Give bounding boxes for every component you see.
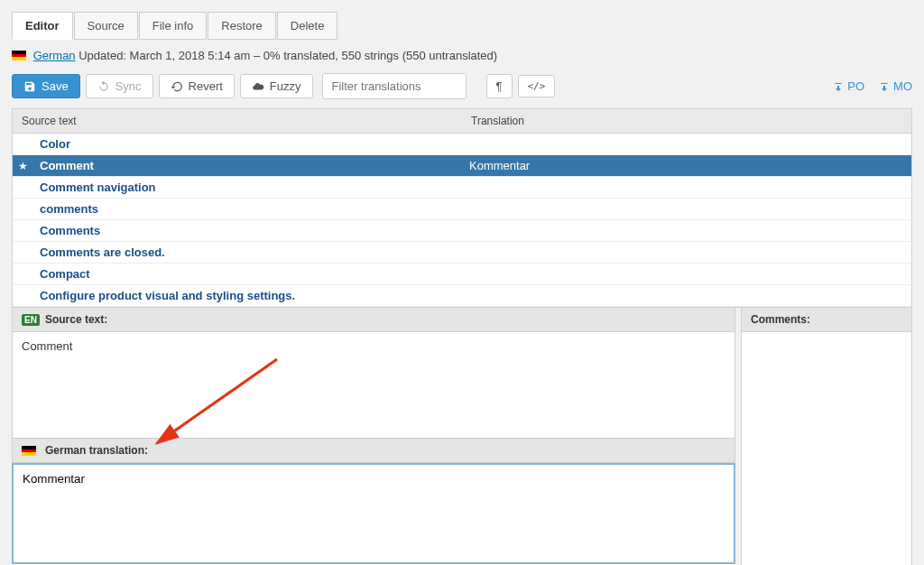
row-translation: Kommentar bbox=[462, 155, 911, 176]
row-translation bbox=[462, 227, 911, 235]
flag-germany-icon bbox=[12, 51, 26, 60]
revert-button[interactable]: Revert bbox=[159, 74, 235, 98]
fuzzy-button[interactable]: Fuzzy bbox=[240, 74, 313, 98]
table-header: Source text Translation bbox=[13, 109, 911, 134]
row-source: Color bbox=[32, 134, 462, 154]
en-badge-icon: EN bbox=[22, 314, 40, 326]
save-button[interactable]: Save bbox=[12, 74, 80, 98]
table-row[interactable]: comments bbox=[13, 199, 911, 220]
sync-icon bbox=[97, 80, 110, 93]
source-panel-head: EN Source text: bbox=[12, 308, 735, 332]
table-row[interactable]: Compact bbox=[13, 264, 911, 285]
cloud-icon bbox=[252, 80, 264, 93]
row-translation bbox=[462, 292, 911, 300]
row-source: Comment bbox=[32, 155, 462, 176]
translation-label: German translation: bbox=[45, 444, 148, 457]
tabs: Editor Source File info Restore Delete bbox=[0, 0, 924, 40]
code-icon: </> bbox=[528, 80, 546, 92]
sync-label: Sync bbox=[116, 79, 142, 93]
col-translation[interactable]: Translation bbox=[462, 109, 911, 133]
table-row[interactable]: Comments are closed. bbox=[13, 242, 911, 264]
language-link[interactable]: German bbox=[33, 49, 76, 62]
revert-icon bbox=[171, 80, 183, 93]
tab-source[interactable]: Source bbox=[74, 12, 138, 40]
source-label: Source text: bbox=[45, 313, 107, 326]
table-row[interactable]: Configure product visual and styling set… bbox=[13, 285, 911, 307]
download-icon bbox=[879, 81, 890, 92]
row-source: comments bbox=[32, 199, 462, 219]
pilcrow-button[interactable]: ¶ bbox=[486, 74, 513, 98]
comments-panel-head: Comments: bbox=[741, 308, 912, 332]
tab-restore[interactable]: Restore bbox=[208, 12, 276, 40]
row-source: Comment navigation bbox=[32, 177, 462, 198]
translation-input[interactable] bbox=[12, 463, 735, 564]
code-button[interactable]: </> bbox=[518, 75, 556, 97]
row-source: Configure product visual and styling set… bbox=[32, 285, 462, 306]
star-icon[interactable]: ★ bbox=[13, 160, 32, 172]
row-translation bbox=[462, 184, 911, 191]
row-source: Compact bbox=[32, 264, 462, 284]
tab-delete[interactable]: Delete bbox=[277, 12, 338, 40]
row-source: Comments bbox=[32, 220, 462, 241]
save-icon bbox=[23, 80, 36, 93]
row-translation bbox=[462, 141, 911, 148]
revert-label: Revert bbox=[189, 79, 223, 93]
row-translation bbox=[462, 271, 911, 278]
table-row[interactable]: ★CommentKommentar bbox=[13, 155, 911, 177]
filter-input[interactable] bbox=[322, 73, 467, 99]
flag-germany-icon bbox=[22, 446, 36, 456]
download-po-link[interactable]: PO bbox=[833, 79, 864, 93]
table-row[interactable]: Comments bbox=[13, 220, 911, 242]
mo-label: MO bbox=[893, 79, 912, 93]
tab-editor[interactable]: Editor bbox=[12, 12, 73, 40]
status-text: Updated: March 1, 2018 5:14 am – 0% tran… bbox=[79, 49, 497, 62]
fuzzy-label: Fuzzy bbox=[270, 79, 301, 93]
comments-panel[interactable] bbox=[741, 332, 912, 565]
table-row[interactable]: Color bbox=[13, 134, 911, 155]
info-line: German Updated: March 1, 2018 5:14 am – … bbox=[0, 40, 924, 69]
col-source[interactable]: Source text bbox=[13, 109, 462, 133]
tab-fileinfo[interactable]: File info bbox=[139, 12, 208, 40]
row-translation bbox=[462, 249, 911, 256]
row-translation bbox=[462, 206, 911, 213]
download-icon bbox=[833, 81, 844, 92]
editor-area: EN Source text: Comment German translati… bbox=[12, 308, 912, 565]
translation-panel-head: German translation: bbox=[12, 439, 735, 463]
row-source: Comments are closed. bbox=[32, 242, 462, 263]
po-label: PO bbox=[847, 79, 864, 93]
pilcrow-icon: ¶ bbox=[496, 79, 503, 93]
sync-button[interactable]: Sync bbox=[86, 74, 153, 98]
source-text-display: Comment bbox=[12, 332, 735, 439]
toolbar: Save Sync Revert Fuzzy ¶ </> PO MO bbox=[0, 69, 924, 108]
download-mo-link[interactable]: MO bbox=[879, 79, 912, 93]
translations-table: Source text Translation Color★CommentKom… bbox=[12, 108, 912, 308]
table-row[interactable]: Comment navigation bbox=[13, 177, 911, 199]
save-label: Save bbox=[42, 79, 69, 93]
